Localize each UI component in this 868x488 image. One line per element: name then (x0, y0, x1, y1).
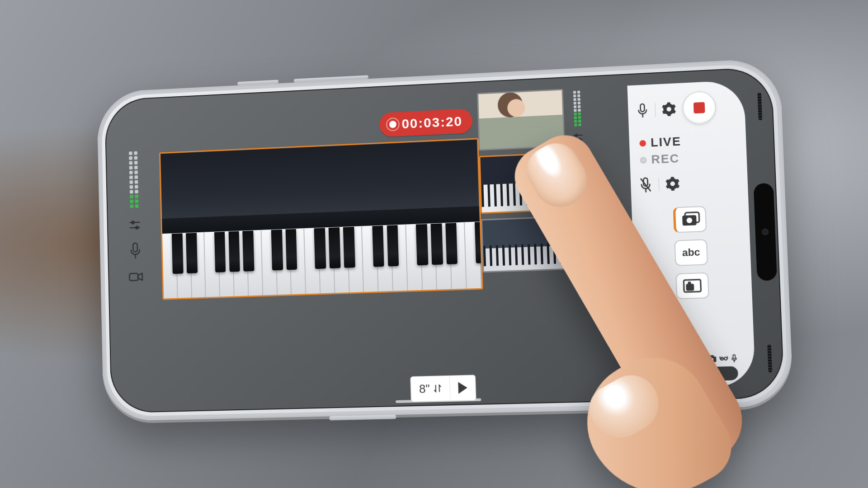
mode-live[interactable]: LIVE (639, 134, 681, 150)
swap-icon (433, 384, 442, 393)
camera-switch-button[interactable] (673, 206, 707, 233)
svg-point-3 (136, 226, 138, 229)
recording-time: 00:03:20 (401, 113, 463, 131)
picture-in-picture-icon (683, 279, 702, 293)
play-icon (458, 382, 467, 394)
mic-icon[interactable] (636, 103, 649, 118)
stop-icon (693, 102, 705, 113)
mode-rec[interactable]: REC (640, 151, 682, 167)
mic-icon[interactable] (129, 242, 142, 259)
home-indicator[interactable] (396, 399, 481, 403)
piano-keys-graphic (162, 206, 482, 300)
front-camera-island (754, 183, 777, 281)
speaker-grille (767, 344, 772, 372)
play-button[interactable] (450, 375, 476, 400)
svg-point-14 (581, 202, 583, 205)
sliders-icon[interactable] (575, 197, 585, 206)
speaker-grille (757, 93, 762, 120)
recording-dot-icon (389, 121, 396, 128)
text-overlay-button[interactable]: abc (674, 239, 708, 266)
io-indicator (707, 354, 737, 363)
photo-icon (707, 355, 717, 363)
svg-point-2 (132, 221, 134, 224)
camcorder-icon[interactable] (128, 271, 143, 283)
transport-bar: 8" (410, 375, 476, 402)
svg-rect-28 (710, 355, 713, 357)
timer-value: 8" (419, 381, 430, 396)
preview-area: 00:03:20 (116, 93, 486, 402)
gear-icon[interactable] (665, 177, 680, 191)
source-strip (477, 86, 633, 393)
recording-indicator: 00:03:20 (379, 108, 473, 137)
link-toggle[interactable] (708, 366, 738, 381)
preview-level-meter (129, 151, 139, 208)
mic-mute-icon[interactable] (639, 177, 652, 193)
volume-down-button[interactable] (294, 75, 368, 82)
svg-rect-6 (129, 273, 138, 281)
svg-point-13 (577, 198, 580, 200)
svg-rect-15 (640, 104, 644, 112)
preview-side-tools (126, 151, 143, 283)
app-screen: 00:03:20 (104, 66, 785, 413)
side-button[interactable] (329, 415, 396, 420)
volume-up-button[interactable] (237, 80, 278, 85)
source-thumb-1[interactable] (477, 89, 565, 151)
pip-button[interactable] (675, 272, 709, 300)
timer-cell[interactable]: 8" (410, 376, 450, 401)
sliders-icon[interactable] (573, 133, 583, 142)
svg-point-9 (575, 134, 577, 136)
svg-rect-32 (733, 355, 735, 359)
control-panel: LIVE REC abc (627, 80, 755, 389)
main-viewport[interactable] (159, 138, 483, 300)
mode-selector[interactable]: LIVE REC (639, 134, 682, 167)
record-stop-button[interactable] (682, 90, 717, 125)
mic-icon (731, 354, 737, 363)
sliders-icon[interactable] (129, 220, 141, 230)
gear-icon[interactable] (662, 102, 676, 117)
thumb1-level-meter (573, 91, 581, 127)
thumb2-level-meter (575, 154, 583, 190)
svg-rect-24 (687, 284, 693, 290)
camera-stack-icon (680, 211, 701, 227)
abc-label: abc (682, 246, 700, 259)
svg-point-25 (689, 282, 690, 284)
link-icon (719, 356, 728, 361)
source-thumb-2[interactable] (479, 152, 567, 214)
phone-frame: 00:03:20 (97, 58, 794, 421)
svg-point-10 (579, 139, 581, 141)
svg-rect-4 (133, 243, 137, 252)
source-thumb-3[interactable] (481, 216, 569, 273)
